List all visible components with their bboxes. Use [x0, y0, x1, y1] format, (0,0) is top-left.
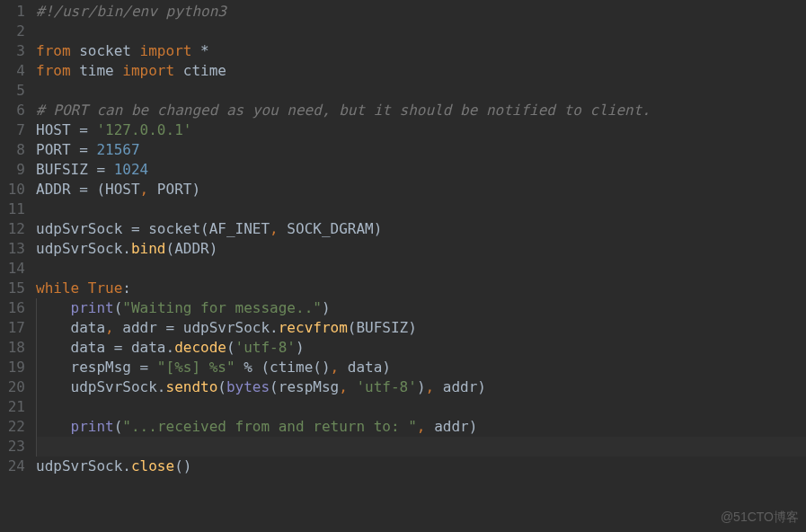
code-line[interactable]: HOST = '127.0.0.1' [36, 120, 806, 140]
code-line[interactable]: data = data.decode('utf-8') [36, 338, 806, 358]
token: bytes [226, 378, 270, 395]
line-number: 5 [0, 81, 25, 101]
token: 'utf-8' [356, 378, 416, 395]
line-number: 20 [0, 377, 25, 397]
code-line[interactable]: PORT = 21567 [36, 140, 806, 160]
token: True [88, 279, 123, 297]
line-number: 24 [0, 457, 25, 476]
indent-guide [36, 397, 37, 417]
code-line[interactable]: udpSvrSock.sendto(bytes(respMsg, 'utf-8'… [36, 377, 806, 397]
token: #!/usr/bin/env python3 [36, 3, 226, 20]
token: , [339, 378, 348, 395]
token: '127.0.0.1' [96, 121, 191, 138]
token: while [36, 279, 88, 297]
code-line[interactable]: from socket import * [36, 41, 806, 61]
token: "[%s] %s" [157, 359, 235, 376]
code-line[interactable]: data, addr = udpSvrSock.recvfrom(BUFSIZ) [36, 318, 806, 338]
token: sendto [166, 378, 218, 395]
token: addr = udpSvrSock. [114, 319, 279, 336]
line-number: 2 [0, 22, 25, 41]
token: udpSvrSock. [36, 457, 131, 474]
token: udpSvrSock. [36, 378, 166, 395]
watermark: @51CTO博客 [721, 507, 799, 527]
token: from [36, 42, 71, 59]
code-line[interactable]: while True: [36, 279, 806, 298]
token: bind [131, 240, 166, 257]
code-line[interactable]: udpSvrSock.bind(ADDR) [36, 239, 806, 259]
code-line[interactable]: #!/usr/bin/env python3 [36, 2, 806, 22]
code-line[interactable]: print("...received from and return to: "… [36, 417, 806, 437]
token: respMsg = [36, 359, 157, 376]
token: SOCK_DGRAM) [279, 220, 383, 237]
token: data [36, 319, 105, 336]
token: PORT) [148, 181, 200, 198]
code-line[interactable]: print("Waiting for message..") [36, 298, 806, 318]
indent-guide [36, 338, 37, 358]
token: HOST = [36, 121, 96, 138]
token [36, 299, 71, 316]
indent-guide [36, 437, 37, 457]
code-editor: 123456789101112131415161718192021222324 … [0, 0, 806, 476]
line-number: 19 [0, 358, 25, 377]
line-number-gutter: 123456789101112131415161718192021222324 [0, 2, 36, 476]
token: data) [339, 359, 391, 376]
token: (BUFSIZ) [348, 319, 417, 336]
token: ( [226, 339, 235, 356]
token: : [122, 279, 131, 297]
token: close [131, 457, 174, 474]
token: # PORT can be changed as you need, but i… [36, 102, 651, 119]
indent-guide [36, 417, 37, 437]
line-number: 18 [0, 338, 25, 358]
code-line[interactable] [36, 259, 806, 279]
line-number: 23 [0, 437, 25, 457]
token: (ADDR) [166, 240, 218, 257]
token: ADDR = (HOST [36, 181, 140, 198]
token: ) [417, 378, 426, 395]
line-number: 12 [0, 219, 25, 239]
line-number: 4 [0, 61, 25, 81]
code-line[interactable]: udpSvrSock = socket(AF_INET, SOCK_DGRAM) [36, 219, 806, 239]
token: import [140, 42, 192, 59]
token: ( [217, 378, 226, 395]
token: decode [174, 339, 226, 356]
token: PORT = [36, 141, 96, 158]
code-line[interactable] [36, 437, 806, 457]
code-line[interactable] [36, 200, 806, 219]
token: print [71, 299, 114, 316]
indent-guide [36, 298, 37, 318]
token: time [71, 62, 123, 79]
token: print [71, 418, 114, 435]
token: 'utf-8' [235, 339, 296, 356]
token: (respMsg [270, 378, 339, 395]
indent-guide [36, 358, 37, 377]
token [36, 418, 71, 435]
token: % (ctime() [235, 359, 331, 376]
token: "Waiting for message.." [122, 299, 322, 316]
token: socket [71, 42, 140, 59]
token: , [140, 181, 149, 198]
token: , [417, 418, 426, 435]
code-line[interactable]: respMsg = "[%s] %s" % (ctime(), data) [36, 358, 806, 377]
code-line[interactable]: BUFSIZ = 1024 [36, 160, 806, 180]
line-number: 22 [0, 417, 25, 437]
line-number: 3 [0, 41, 25, 61]
line-number: 7 [0, 120, 25, 140]
indent-guide [36, 377, 37, 397]
code-line[interactable]: # PORT can be changed as you need, but i… [36, 101, 806, 120]
token: data = data. [36, 339, 174, 356]
code-line[interactable] [36, 22, 806, 41]
line-number: 6 [0, 101, 25, 120]
token: ) [322, 299, 331, 316]
code-line[interactable]: udpSvrSock.close() [36, 457, 806, 476]
code-line[interactable]: ADDR = (HOST, PORT) [36, 180, 806, 200]
line-number: 9 [0, 160, 25, 180]
code-line[interactable] [36, 81, 806, 101]
token: , [331, 359, 340, 376]
line-number: 15 [0, 279, 25, 298]
code-line[interactable]: from time import ctime [36, 61, 806, 81]
code-area[interactable]: #!/usr/bin/env python3from socket import… [36, 2, 806, 476]
token: , [426, 378, 435, 395]
line-number: 1 [0, 2, 25, 22]
line-number: 10 [0, 180, 25, 200]
code-line[interactable] [36, 397, 806, 417]
